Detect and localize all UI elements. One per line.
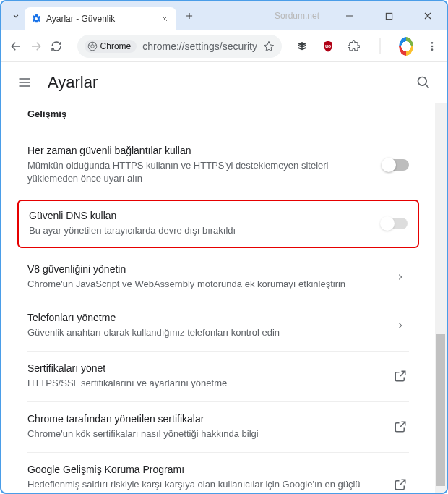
nav-forward-button[interactable]	[29, 35, 43, 57]
browser-toolbar: Chrome chrome://settings/security uo	[1, 30, 447, 62]
divider-icon	[373, 39, 387, 54]
setting-row-chromecerts[interactable]: Chrome tarafından yönetilen sertifikalar…	[27, 402, 409, 451]
toggle-switch[interactable]	[383, 159, 409, 171]
setting-row-v8[interactable]: V8 güvenliğini yönetin Chrome'un JavaScr…	[27, 252, 409, 301]
setting-row-certs[interactable]: Sertifikaları yönet HTTPS/SSL sertifikal…	[27, 352, 409, 400]
external-link-icon	[392, 420, 409, 433]
setting-title: Telefonları yönetme	[27, 312, 383, 323]
setting-title: Güvenli DNS kullan	[29, 210, 373, 221]
svg-point-8	[418, 77, 427, 86]
profile-halo-icon[interactable]	[399, 39, 413, 54]
setting-row-dns[interactable]: Güvenli DNS kullan Bu ayar yönetilen tar…	[17, 200, 419, 247]
svg-point-5	[431, 42, 434, 44]
svg-point-2	[90, 44, 94, 48]
setting-desc: Chrome'un JavaScript ve WebAssembly moto…	[27, 278, 383, 291]
extension-icons: uo	[295, 39, 439, 54]
setting-row-gapp[interactable]: Google Gelişmiş Koruma Programı Hedeflen…	[27, 453, 409, 493]
scrollbar[interactable]	[435, 103, 447, 493]
section-heading: Gelişmiş	[27, 108, 409, 119]
chrome-chip: Chrome	[85, 40, 137, 53]
setting-desc: Mümkün olduğunda HTTPS kullanın ve HTTPS…	[27, 159, 374, 185]
page-header: Ayarlar	[1, 62, 447, 103]
svg-point-6	[431, 45, 434, 47]
tab-title: Ayarlar - Güvenlik	[46, 14, 115, 24]
setting-desc: Güvenlik anahtarı olarak kullandığınız t…	[27, 326, 383, 339]
window-close-button[interactable]	[415, 3, 441, 29]
chip-label: Chrome	[100, 41, 132, 51]
setting-desc: HTTPS/SSL sertifikalarını ve ayarlarını …	[27, 377, 383, 390]
setting-row-phones[interactable]: Telefonları yönetme Güvenlik anahtarı ol…	[27, 301, 409, 349]
close-tab-icon[interactable]	[159, 13, 171, 25]
setting-row-https[interactable]: Her zaman güvenli bağlantılar kullan Müm…	[27, 134, 409, 195]
extensions-puzzle-icon[interactable]	[347, 39, 361, 54]
ext-stack-icon[interactable]	[295, 39, 309, 54]
watermark-text: Sordum.net	[275, 11, 319, 21]
svg-point-7	[431, 48, 434, 51]
window-minimize-button[interactable]	[337, 3, 363, 29]
ext-shield-icon[interactable]: uo	[321, 39, 335, 54]
chevron-right-icon	[392, 272, 409, 282]
setting-title: V8 güvenliğini yönetin	[27, 263, 383, 275]
menu-dots-icon[interactable]	[425, 39, 439, 54]
toggle-switch-disabled	[382, 218, 408, 229]
url-text: chrome://settings/security	[142, 41, 257, 52]
settings-gear-icon	[30, 13, 42, 25]
setting-title: Sertifikaları yönet	[27, 362, 383, 374]
setting-title: Google Gelişmiş Koruma Programı	[27, 464, 383, 475]
nav-reload-button[interactable]	[49, 35, 64, 57]
page-title: Ayarlar	[48, 73, 98, 92]
bookmark-star-icon[interactable]	[263, 41, 275, 52]
browser-tab[interactable]: Ayarlar - Güvenlik	[25, 7, 176, 30]
window-maximize-button[interactable]	[376, 3, 402, 29]
setting-title: Chrome tarafından yönetilen sertifikalar	[27, 413, 383, 425]
settings-content: Gelişmiş Her zaman güvenli bağlantılar k…	[1, 103, 435, 493]
tab-search-chevron[interactable]	[7, 7, 25, 25]
svg-rect-0	[386, 13, 392, 19]
external-link-icon	[392, 370, 409, 383]
address-bar[interactable]: Chrome chrome://settings/security	[77, 35, 282, 58]
window-titlebar: Ayarlar - Güvenlik Sordum.net	[1, 1, 447, 30]
new-tab-button[interactable]	[179, 6, 199, 26]
scrollbar-thumb[interactable]	[436, 334, 445, 486]
setting-desc: Bu ayar yönetilen tarayıcılarda devre dı…	[29, 224, 373, 237]
svg-text:uo: uo	[325, 43, 331, 48]
nav-back-button[interactable]	[9, 35, 23, 57]
setting-title: Her zaman güvenli bağlantılar kullan	[27, 145, 374, 156]
search-icon[interactable]	[415, 74, 432, 91]
external-link-icon	[392, 478, 409, 491]
menu-hamburger-icon[interactable]	[16, 74, 33, 91]
chevron-right-icon	[392, 320, 409, 331]
setting-desc: Chrome'un kök sertifikaları nasıl yönett…	[27, 427, 383, 440]
setting-desc: Hedeflenmiş saldırı riskiyle karşı karşı…	[27, 478, 383, 493]
